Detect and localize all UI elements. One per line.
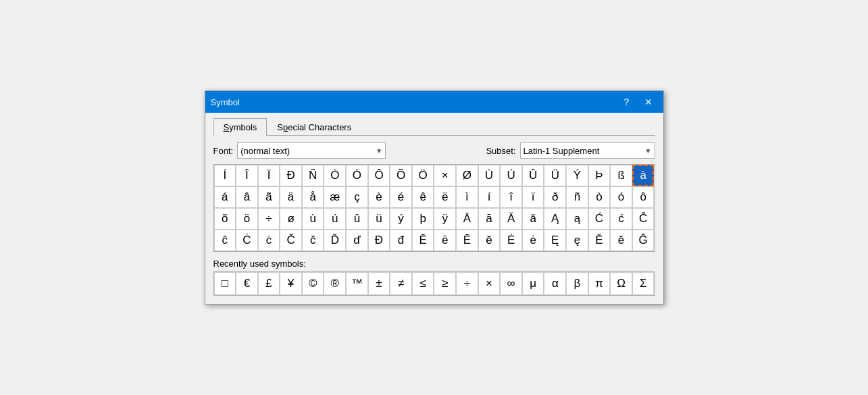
symbol-cell[interactable]: Ć bbox=[588, 208, 611, 230]
symbol-cell[interactable]: Ĝ bbox=[632, 230, 655, 251]
symbol-cell[interactable]: ä bbox=[280, 186, 302, 208]
symbol-cell[interactable]: Õ bbox=[390, 165, 412, 186]
recently-used-cell[interactable]: ± bbox=[368, 272, 390, 295]
symbol-cell[interactable]: Ē bbox=[412, 230, 434, 251]
symbol-cell[interactable]: Í bbox=[214, 165, 236, 186]
symbol-cell[interactable]: ċ bbox=[258, 230, 280, 251]
symbol-cell[interactable]: ð bbox=[544, 186, 566, 208]
recently-used-cell[interactable]: × bbox=[478, 272, 501, 295]
symbol-cell[interactable]: Ñ bbox=[302, 165, 324, 186]
subset-dropdown[interactable]: Latin-1 Supplement ▼ bbox=[520, 142, 655, 159]
recently-used-cell[interactable]: ≤ bbox=[412, 272, 434, 295]
symbol-cell[interactable]: ă bbox=[522, 208, 544, 230]
symbol-cell[interactable]: Ö bbox=[412, 165, 434, 186]
symbol-cell[interactable]: Ó bbox=[346, 165, 368, 186]
symbol-cell[interactable]: ě bbox=[610, 230, 632, 251]
symbol-cell[interactable]: æ bbox=[324, 186, 346, 208]
symbol-cell[interactable]: č bbox=[302, 230, 324, 251]
recently-used-cell[interactable]: ÷ bbox=[456, 272, 478, 295]
symbol-cell[interactable]: ÷ bbox=[258, 208, 280, 230]
recently-used-cell[interactable]: π bbox=[588, 272, 611, 295]
symbol-cell[interactable]: Ą bbox=[544, 208, 566, 230]
font-dropdown[interactable]: (normal text) ▼ bbox=[237, 142, 386, 159]
symbol-cell[interactable]: þ bbox=[412, 208, 434, 230]
symbol-cell[interactable]: ê bbox=[412, 186, 434, 208]
symbol-cell[interactable]: ò bbox=[588, 186, 611, 208]
symbol-cell[interactable]: ø bbox=[280, 208, 302, 230]
close-button[interactable]: ✕ bbox=[639, 95, 658, 109]
symbol-cell[interactable]: × bbox=[434, 165, 456, 186]
symbol-cell[interactable]: ñ bbox=[566, 186, 588, 208]
symbol-cell[interactable]: Ù bbox=[478, 165, 501, 186]
symbol-cell[interactable]: ÿ bbox=[434, 208, 456, 230]
symbol-cell[interactable]: ē bbox=[434, 230, 456, 251]
symbol-cell[interactable]: á bbox=[214, 186, 236, 208]
symbol-cell[interactable]: í bbox=[478, 186, 501, 208]
symbol-cell[interactable]: Ø bbox=[456, 165, 478, 186]
symbol-cell[interactable]: Ú bbox=[500, 165, 522, 186]
symbol-cell[interactable]: ą bbox=[566, 208, 588, 230]
symbol-cell[interactable]: ô bbox=[632, 186, 655, 208]
symbol-cell[interactable]: ú bbox=[324, 208, 346, 230]
symbol-cell[interactable]: ö bbox=[236, 208, 258, 230]
tab-special-characters[interactable]: Special Characters bbox=[267, 118, 361, 136]
symbol-cell[interactable]: à bbox=[632, 165, 655, 186]
symbol-cell[interactable]: Ô bbox=[368, 165, 390, 186]
recently-used-cell[interactable]: ≥ bbox=[434, 272, 456, 295]
symbol-cell[interactable]: ę bbox=[566, 230, 588, 251]
symbol-cell[interactable]: ā bbox=[478, 208, 501, 230]
symbol-cell[interactable]: î bbox=[500, 186, 522, 208]
symbol-cell[interactable]: Ý bbox=[566, 165, 588, 186]
symbol-cell[interactable]: Ė bbox=[500, 230, 522, 251]
symbol-cell[interactable]: Ĕ bbox=[456, 230, 478, 251]
symbol-cell[interactable]: ü bbox=[368, 208, 390, 230]
recently-used-cell[interactable]: μ bbox=[522, 272, 544, 295]
symbol-cell[interactable]: Ï bbox=[258, 165, 280, 186]
symbol-cell[interactable]: ĉ bbox=[214, 230, 236, 251]
symbol-cell[interactable]: Ĉ bbox=[632, 208, 655, 230]
recently-used-cell[interactable]: ¥ bbox=[280, 272, 302, 295]
recently-used-cell[interactable]: © bbox=[302, 272, 324, 295]
symbol-cell[interactable]: ç bbox=[346, 186, 368, 208]
symbol-cell[interactable]: ĕ bbox=[478, 230, 501, 251]
symbol-cell[interactable]: é bbox=[390, 186, 412, 208]
symbol-cell[interactable]: Č bbox=[280, 230, 302, 251]
symbol-cell[interactable]: Ă bbox=[500, 208, 522, 230]
recently-used-cell[interactable]: £ bbox=[258, 272, 280, 295]
recently-used-cell[interactable]: ® bbox=[324, 272, 346, 295]
symbol-cell[interactable]: Û bbox=[522, 165, 544, 186]
symbol-cell[interactable]: ë bbox=[434, 186, 456, 208]
symbol-cell[interactable]: è bbox=[368, 186, 390, 208]
recently-used-cell[interactable]: ∞ bbox=[500, 272, 522, 295]
recently-used-cell[interactable]: α bbox=[544, 272, 566, 295]
recently-used-cell[interactable]: ≠ bbox=[390, 272, 412, 295]
symbol-cell[interactable]: ã bbox=[258, 186, 280, 208]
recently-used-cell[interactable]: Σ bbox=[632, 272, 655, 295]
recently-used-cell[interactable]: β bbox=[566, 272, 588, 295]
symbol-cell[interactable]: ó bbox=[610, 186, 632, 208]
symbol-cell[interactable]: ù bbox=[302, 208, 324, 230]
symbol-cell[interactable]: õ bbox=[214, 208, 236, 230]
symbol-cell[interactable]: ď bbox=[346, 230, 368, 251]
symbol-cell[interactable]: â bbox=[236, 186, 258, 208]
symbol-cell[interactable]: ß bbox=[610, 165, 632, 186]
symbol-cell[interactable]: ć bbox=[610, 208, 632, 230]
symbol-cell[interactable]: đ bbox=[390, 230, 412, 251]
symbol-cell[interactable]: Ď bbox=[324, 230, 346, 251]
recently-used-cell[interactable]: □ bbox=[214, 272, 236, 295]
symbol-cell[interactable]: Ċ bbox=[236, 230, 258, 251]
symbol-cell[interactable]: Ę bbox=[544, 230, 566, 251]
symbol-cell[interactable]: ý bbox=[390, 208, 412, 230]
symbol-cell[interactable]: Î bbox=[236, 165, 258, 186]
symbol-cell[interactable]: ï bbox=[522, 186, 544, 208]
symbol-cell[interactable]: Đ bbox=[368, 230, 390, 251]
symbol-cell[interactable]: Ā bbox=[456, 208, 478, 230]
symbol-cell[interactable]: ì bbox=[456, 186, 478, 208]
symbol-cell[interactable]: Þ bbox=[588, 165, 611, 186]
recently-used-cell[interactable]: € bbox=[236, 272, 258, 295]
symbol-cell[interactable]: Ü bbox=[544, 165, 566, 186]
tab-symbols[interactable]: Symbols bbox=[213, 118, 267, 136]
recently-used-cell[interactable]: ™ bbox=[346, 272, 368, 295]
symbol-cell[interactable]: Ě bbox=[588, 230, 611, 251]
symbol-cell[interactable]: å bbox=[302, 186, 324, 208]
